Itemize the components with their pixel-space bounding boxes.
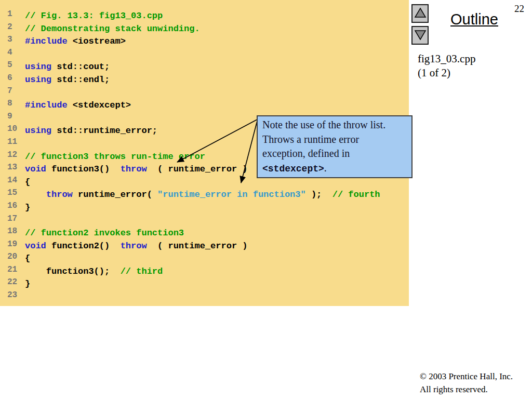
- line-number: 7: [0, 86, 25, 96]
- file-sheet: (1 of 2): [418, 66, 475, 80]
- down-arrow-icon: [414, 29, 427, 42]
- code-line: 23: [0, 290, 409, 303]
- line-number: 12: [0, 150, 25, 159]
- line-number: 15: [0, 188, 25, 197]
- code-line: 15 throw runtime_error( "runtime_error i…: [0, 188, 409, 201]
- callout-line: exception, defined in: [262, 147, 407, 161]
- line-number: 5: [0, 60, 25, 70]
- callout-box: Note the use of the throw list. Throws a…: [257, 115, 413, 178]
- code-text: void function3() throw ( runtime_error ): [25, 164, 248, 174]
- line-number: 13: [0, 163, 25, 172]
- line-number: 8: [0, 99, 25, 108]
- copyright-line2: All rights reserved.: [420, 383, 513, 396]
- line-number: 4: [0, 48, 25, 57]
- code-text: using std::endl;: [25, 75, 110, 85]
- code-text: #include <iostream>: [25, 36, 126, 46]
- line-number: 18: [0, 227, 25, 236]
- up-arrow-icon: [414, 7, 427, 20]
- code-line: 19void function2() throw ( runtime_error…: [0, 240, 409, 252]
- line-number: 11: [0, 137, 25, 147]
- line-number: 21: [0, 265, 25, 274]
- code-line: 1// Fig. 13.3: fig13_03.cpp: [0, 9, 409, 22]
- copyright-line1: © 2003 Prentice Hall, Inc.: [420, 370, 513, 383]
- code-text: function3(); // third: [25, 267, 163, 276]
- file-info: fig13_03.cpp (1 of 2): [418, 52, 475, 80]
- code-line: 20{: [0, 252, 409, 265]
- outline-title: Outline: [436, 11, 512, 28]
- line-number: 23: [0, 290, 25, 300]
- code-text: // function2 invokes function3: [25, 228, 184, 238]
- nav-up-button[interactable]: [411, 4, 429, 23]
- code-text: throw runtime_error( "runtime_error in f…: [25, 190, 380, 200]
- code-line: 7: [0, 86, 409, 99]
- code-text: using std::cout;: [25, 62, 110, 72]
- callout-line: Note the use of the throw list.: [262, 118, 407, 132]
- code-line: 5using std::cout;: [0, 60, 409, 73]
- code-text: void function2() throw ( runtime_error ): [25, 241, 248, 251]
- callout-suffix: .: [324, 162, 327, 174]
- line-number: 2: [0, 22, 25, 32]
- code-text: }: [25, 203, 30, 212]
- code-line: 22}: [0, 277, 409, 290]
- line-number: 3: [0, 35, 25, 44]
- code-line: 3#include <iostream>: [0, 35, 409, 48]
- line-number: 10: [0, 124, 25, 134]
- line-number: 17: [0, 214, 25, 223]
- line-number: 6: [0, 73, 25, 83]
- code-line: 2// Demonstrating stack unwinding.: [0, 22, 409, 35]
- callout-line: Throws a runtime error: [262, 132, 407, 147]
- code-line: 4: [0, 48, 409, 61]
- code-text: #include <stdexcept>: [25, 100, 131, 110]
- code-line: 21 function3(); // third: [0, 265, 409, 278]
- line-number: 16: [0, 201, 25, 210]
- code-text: {: [25, 177, 30, 187]
- code-text: // Demonstrating stack unwinding.: [25, 24, 200, 34]
- file-name: fig13_03.cpp: [418, 52, 475, 66]
- callout-code-token: <stdexcept>: [262, 164, 324, 174]
- code-text: {: [25, 254, 30, 263]
- code-text: // function3 throws run-time error: [25, 152, 205, 162]
- nav-down-button[interactable]: [411, 26, 429, 45]
- line-number: 19: [0, 240, 25, 249]
- line-number: 22: [0, 277, 25, 287]
- code-text: using std::runtime_error;: [25, 126, 157, 136]
- callout-line: <stdexcept>.: [262, 161, 407, 176]
- code-line: 16}: [0, 201, 409, 214]
- line-number: 9: [0, 112, 25, 121]
- page-number: 22: [514, 3, 524, 15]
- line-number: 20: [0, 252, 25, 261]
- code-line: 8#include <stdexcept>: [0, 99, 409, 112]
- slide: 1// Fig. 13.3: fig13_03.cpp2// Demonstra…: [0, 0, 532, 399]
- copyright: © 2003 Prentice Hall, Inc. All rights re…: [420, 370, 513, 396]
- code-line: 17: [0, 214, 409, 227]
- code-text: }: [25, 279, 30, 289]
- code-line: 6using std::endl;: [0, 73, 409, 86]
- line-number: 1: [0, 9, 25, 19]
- line-number: 14: [0, 176, 25, 185]
- code-text: // Fig. 13.3: fig13_03.cpp: [25, 11, 163, 21]
- code-line: 18// function2 invokes function3: [0, 227, 409, 240]
